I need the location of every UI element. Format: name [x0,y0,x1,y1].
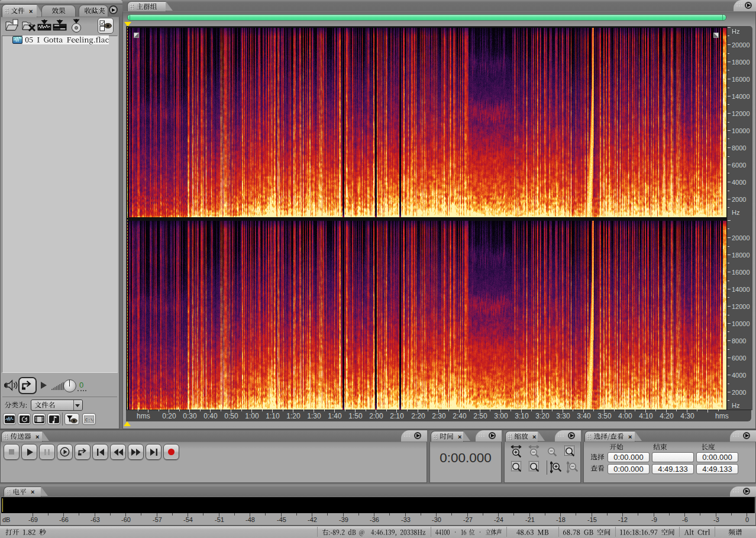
svg-text:C:\>: C:\> [85,417,94,422]
